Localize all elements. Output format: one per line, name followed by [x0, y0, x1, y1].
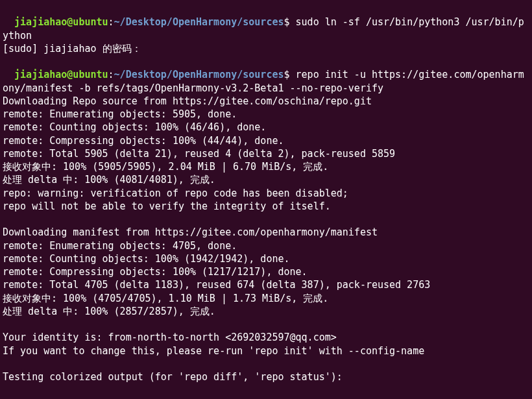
color-test-row-1: black red green yellow blue magenta cyan… — [3, 383, 529, 399]
output-line: Downloading manifest from https://gitee.… — [3, 226, 529, 239]
output-line: remote: Total 4705 (delta 1183), reused … — [3, 278, 529, 291]
output-line: remote: Enumerating objects: 4705, done. — [3, 239, 529, 252]
user-host: jiajiahao@ubuntu — [14, 16, 108, 28]
command-1 — [290, 16, 296, 28]
output-line: 接收对象中: 100% (5905/5905), 2.04 MiB | 6.70… — [3, 160, 529, 173]
prompt-sep: : — [108, 16, 114, 28]
cwd-path: ~/Desktop/OpenHarmony/sources — [114, 69, 284, 80]
output-line: If you want to change this, please re-ru… — [3, 345, 529, 357]
cwd-path: ~/Desktop/OpenHarmony/sources — [114, 16, 284, 28]
prompt-line-1[interactable]: jiajiahao@ubuntu:~/Desktop/OpenHarmony/s… — [3, 3, 529, 42]
output-line: 处理 delta 中: 100% (4081/4081), 完成. — [3, 173, 529, 186]
output-line: repo: warning: verification of repo code… — [3, 187, 529, 200]
prompt-symbol: $ — [284, 69, 290, 80]
output-line: remote: Enumerating objects: 5905, done. — [3, 108, 529, 121]
user-host: jiajiahao@ubuntu — [14, 69, 108, 80]
output-line: remote: Counting objects: 100% (46/46), … — [3, 121, 529, 134]
output-line: repo will not be able to verify the inte… — [3, 200, 529, 213]
prompt-line-2[interactable]: jiajiahao@ubuntu:~/Desktop/OpenHarmony/s… — [3, 55, 529, 95]
output-line — [3, 318, 529, 331]
output-line: remote: Total 5905 (delta 21), reused 4 … — [3, 147, 529, 160]
prompt-symbol: $ — [284, 16, 290, 28]
output-line: remote: Counting objects: 100% (1942/194… — [3, 252, 529, 265]
output-line: Testing colorized output (for 'repo diff… — [3, 370, 529, 383]
output-line — [3, 357, 529, 370]
sudo-password-line: [sudo] jiajiahao 的密码： — [3, 42, 529, 55]
output-line: Your identity is: from-north-to-north <2… — [3, 331, 529, 344]
output-line: remote: Compressing objects: 100% (1217/… — [3, 265, 529, 278]
output-line: 处理 delta 中: 100% (2857/2857), 完成. — [3, 305, 529, 318]
output-line: remote: Compressing objects: 100% (44/44… — [3, 134, 529, 147]
output-line: 接收对象中: 100% (4705/4705), 1.10 MiB | 1.73… — [3, 292, 529, 305]
output-line — [3, 213, 529, 226]
prompt-sep: : — [108, 69, 114, 80]
output-line: Downloading Repo source from https://git… — [3, 95, 529, 108]
